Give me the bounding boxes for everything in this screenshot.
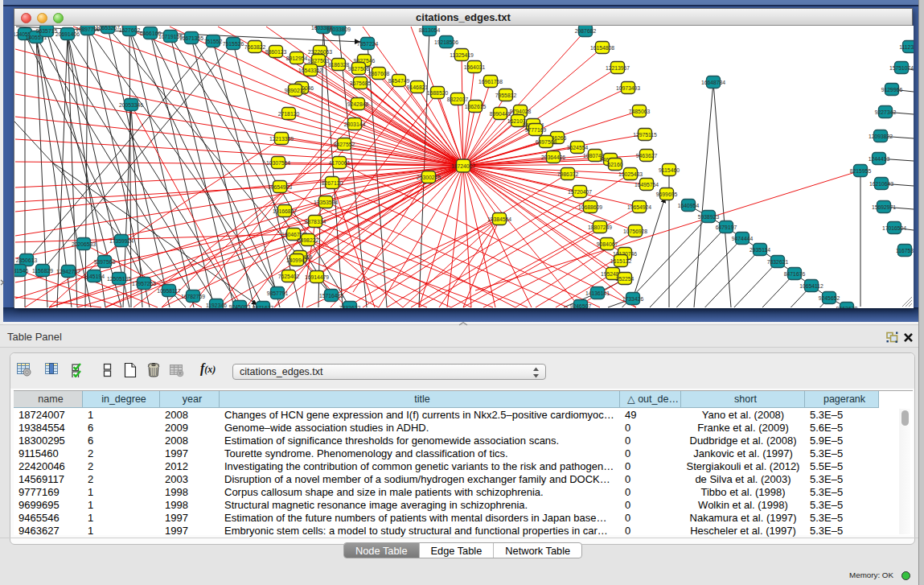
svg-text:9227342: 9227342 (875, 109, 897, 115)
svg-text:20691406: 20691406 (55, 31, 80, 37)
svg-text:9535715: 9535715 (36, 28, 58, 34)
svg-text:10958117: 10958117 (157, 288, 181, 294)
svg-text:9463627: 9463627 (636, 153, 658, 159)
svg-text:12942757: 12942757 (56, 269, 80, 274)
svg-text:9129966: 9129966 (881, 87, 903, 93)
svg-text:1588520: 1588520 (427, 90, 449, 96)
svg-text:17016504: 17016504 (882, 225, 906, 231)
svg-text:8471672: 8471672 (253, 305, 274, 308)
svg-text:6497508: 6497508 (536, 139, 557, 145)
svg-text:16210643: 16210643 (869, 181, 893, 187)
svg-text:7663822: 7663822 (244, 44, 266, 50)
svg-text:8990448: 8990448 (490, 111, 511, 117)
svg-text:1733426: 1733426 (622, 296, 644, 302)
svg-text:12505135: 12505135 (107, 276, 131, 282)
svg-text:2867608: 2867608 (368, 71, 390, 76)
svg-text:8186328: 8186328 (328, 62, 350, 68)
svg-text:7955812: 7955812 (495, 93, 517, 98)
svg-text:252254: 252254 (616, 276, 634, 282)
svg-text:16782759: 16782759 (181, 294, 205, 299)
svg-text:3624554: 3624554 (567, 145, 589, 150)
svg-text:12213967: 12213967 (606, 65, 630, 71)
svg-text:8878334: 8878334 (305, 219, 326, 225)
svg-text:5938923: 5938923 (698, 214, 720, 220)
svg-text:8267130: 8267130 (322, 180, 343, 186)
svg-text:1409947: 1409947 (286, 257, 308, 263)
svg-text:5498222: 5498222 (298, 237, 319, 243)
svg-text:1244413: 1244413 (869, 156, 890, 162)
svg-text:931546: 931546 (14, 268, 29, 274)
svg-text:15716485: 15716485 (319, 293, 343, 299)
svg-text:15751074: 15751074 (889, 65, 914, 71)
svg-text:9699695: 9699695 (656, 192, 678, 197)
svg-text:9327503: 9327503 (308, 58, 330, 64)
svg-text:9890212: 9890212 (285, 88, 306, 93)
svg-text:20206533: 20206533 (72, 241, 96, 247)
svg-text:1564031: 1564031 (464, 64, 486, 70)
svg-text:9242848: 9242848 (347, 101, 369, 107)
svg-text:8860123: 8860123 (265, 49, 287, 55)
svg-text:1156829: 1156829 (32, 268, 53, 274)
svg-text:2718120: 2718120 (278, 111, 300, 117)
svg-text:15692971: 15692971 (872, 204, 896, 210)
svg-text:2350613: 2350613 (16, 257, 38, 263)
svg-text:13353594: 13353594 (314, 200, 338, 205)
svg-text:3675685: 3675685 (350, 80, 372, 86)
svg-text:2935114: 2935114 (749, 247, 770, 253)
svg-text:8427552: 8427552 (334, 142, 355, 147)
svg-text:7832622: 7832622 (339, 305, 361, 308)
svg-text:16495754: 16495754 (634, 182, 659, 187)
svg-text:20053346: 20053346 (119, 102, 143, 108)
svg-text:16914479: 16914479 (305, 274, 329, 280)
svg-text:9474444: 9474444 (732, 236, 754, 241)
svg-text:17359924: 17359924 (109, 238, 133, 244)
svg-text:9327506: 9327506 (348, 66, 370, 72)
svg-text:9245652: 9245652 (819, 295, 840, 301)
svg-text:12093822: 12093822 (869, 134, 893, 139)
svg-text:1362615: 1362615 (465, 104, 487, 109)
svg-text:16961758: 16961758 (478, 79, 503, 84)
svg-text:1527602: 1527602 (119, 27, 141, 33)
svg-text:9857791: 9857791 (267, 290, 289, 296)
svg-text:8454749: 8454749 (388, 78, 410, 84)
svg-text:9463628: 9463628 (836, 306, 858, 308)
svg-text:2803144: 2803144 (344, 122, 366, 127)
svg-text:18724007: 18724007 (451, 163, 475, 169)
svg-text:10756928: 10756928 (623, 229, 647, 234)
svg-text:4170061: 4170061 (329, 160, 351, 166)
svg-text:19166827: 19166827 (273, 208, 297, 214)
svg-text:20364436: 20364436 (541, 154, 565, 160)
svg-text:8322037: 8322037 (447, 97, 469, 102)
svg-text:1640954: 1640954 (678, 203, 700, 208)
svg-text:8912954: 8912954 (286, 56, 308, 61)
svg-text:19654923: 19654923 (268, 184, 292, 190)
svg-text:8471676: 8471676 (784, 271, 806, 277)
svg-text:7515526: 7515526 (223, 41, 244, 47)
svg-text:19384554: 19384554 (487, 216, 511, 222)
svg-text:9397568: 9397568 (94, 259, 116, 265)
svg-text:9084067: 9084067 (597, 241, 618, 247)
svg-text:12213359: 12213359 (269, 136, 294, 142)
svg-text:16033809: 16033809 (326, 27, 351, 32)
svg-text:8215955: 8215955 (850, 168, 872, 174)
svg-text:16648784: 16648784 (701, 80, 725, 85)
svg-text:10654112: 10654112 (799, 283, 823, 289)
svg-text:11325419: 11325419 (450, 52, 474, 58)
svg-text:16543362: 16543362 (298, 68, 322, 73)
svg-text:14136141: 14136141 (585, 290, 610, 296)
svg-text:9246507: 9246507 (570, 303, 592, 308)
svg-text:19218506: 19218506 (434, 39, 458, 45)
svg-text:116753: 116753 (896, 248, 914, 253)
svg-text:10653267: 10653267 (96, 26, 120, 31)
svg-text:16671355: 16671355 (179, 35, 203, 41)
svg-text:9794028: 9794028 (510, 109, 532, 114)
svg-text:1192346: 1192346 (206, 303, 227, 308)
svg-text:8813054: 8813054 (419, 27, 441, 33)
svg-text:7485063: 7485063 (629, 109, 651, 114)
svg-text:10688609: 10688609 (578, 204, 602, 210)
svg-text:9777169: 9777169 (525, 127, 547, 133)
svg-text:7357224: 7357224 (357, 41, 379, 47)
svg-text:18807249: 18807249 (588, 225, 612, 230)
svg-text:10973493: 10973493 (616, 85, 640, 91)
svg-text:9115460: 9115460 (659, 167, 680, 173)
